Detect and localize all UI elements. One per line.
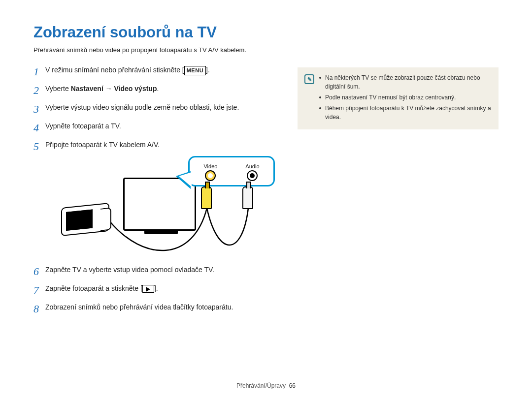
step-number: 3 [33, 103, 45, 115]
note-item: Na některých TV se může zobrazit pouze č… [319, 73, 492, 91]
step-number: 8 [33, 303, 45, 314]
subtitle: Přehrávání snímků nebo videa po propojen… [33, 46, 499, 54]
page-footer: Přehrávání/Úpravy 66 [0, 382, 532, 389]
connection-diagram: Video Audio [45, 159, 280, 262]
notes-column: ✎ Na některých TV se může zobrazit pouze… [298, 65, 499, 321]
video-jack-label: Video [203, 163, 217, 169]
step-7-text: Zapněte fotoaparát a stiskněte []. [45, 284, 280, 294]
white-plug-icon [242, 186, 253, 209]
step-6-text: Zapněte TV a vyberte vstup videa pomocí … [45, 265, 280, 275]
step-4-text: Vypněte fotoaparát a TV. [45, 122, 280, 131]
step-3-text: Vyberte výstup video signálu podle země … [45, 103, 280, 113]
page-title: Zobrazení souborů na TV [33, 24, 499, 41]
camera-icon [61, 203, 109, 236]
step-5-text: Připojte fotoaparát k TV kabelem A/V. [45, 140, 280, 150]
video-jack: Video [203, 163, 217, 181]
footer-section: Přehrávání/Úpravy [236, 382, 286, 389]
step-number: 2 [33, 84, 45, 96]
page-number: 66 [289, 382, 296, 389]
step-1-text: V režimu snímání nebo přehrávání stiskně… [45, 65, 280, 75]
steps-column: 1 V režimu snímání nebo přehrávání stisk… [33, 65, 280, 321]
step-8-text: Zobrazení snímků nebo přehrávání videa t… [45, 303, 280, 312]
av-jacks-callout: Video Audio [188, 156, 275, 186]
note-icon: ✎ [304, 74, 314, 84]
note-item: Během připojení fotoaparátu k TV můžete … [319, 104, 492, 122]
note-item: Podle nastavení TV nemusí být obraz cent… [319, 93, 492, 102]
audio-jack-label: Audio [245, 163, 259, 169]
step-number: 7 [33, 284, 45, 296]
menu-label: MENU [184, 66, 206, 75]
step-number: 1 [33, 65, 45, 77]
step-2-text: Vyberte Nastavení → Video výstup. [45, 84, 280, 94]
step-number: 4 [33, 122, 45, 133]
step-number: 5 [33, 140, 45, 152]
step-number: 6 [33, 265, 45, 277]
yellow-plug-icon [201, 186, 212, 209]
note-box: ✎ Na některých TV se může zobrazit pouze… [298, 67, 499, 129]
audio-jack: Audio [245, 163, 259, 181]
playback-icon [142, 285, 154, 293]
